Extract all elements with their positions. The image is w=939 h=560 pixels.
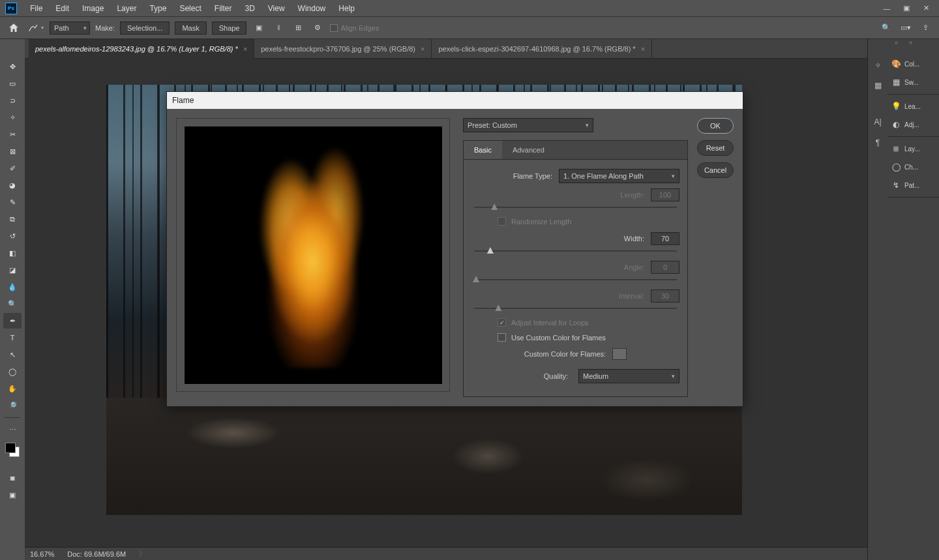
hand-tool-icon[interactable]: ✋ — [3, 381, 22, 396]
marquee-tool-icon[interactable]: ▭ — [3, 76, 22, 91]
document-tab[interactable]: pexels-freestockpro-376706.jpg @ 25% (RG… — [254, 39, 432, 59]
menu-type[interactable]: Type — [143, 1, 173, 16]
adjust-icon: ◐ — [891, 120, 901, 129]
length-slider — [474, 207, 677, 208]
screen-mode-icon[interactable]: ▣ — [3, 487, 22, 503]
gear-icon[interactable]: ⚙ — [310, 21, 325, 35]
doc-size[interactable]: Doc: 69.6M/69.6M — [67, 550, 126, 558]
spot-heal-tool-icon[interactable]: ◕ — [3, 177, 22, 193]
cancel-button[interactable]: Cancel — [697, 162, 734, 178]
home-icon[interactable] — [7, 21, 21, 35]
tab-close-icon[interactable]: × — [421, 45, 425, 53]
mode-dropdown[interactable]: Path — [50, 22, 90, 35]
adjustments-panel-button[interactable]: ◐Adj... — [887, 115, 939, 134]
paths-panel-button[interactable]: ↯Pat... — [887, 176, 939, 194]
zoom-level[interactable]: 16.67% — [30, 550, 54, 558]
tab-close-icon[interactable]: × — [243, 45, 247, 53]
color-swatch[interactable] — [5, 443, 20, 457]
width-input[interactable]: 70 — [651, 232, 679, 245]
tab-advanced[interactable]: Advanced — [502, 141, 555, 159]
custom-color-swatch — [612, 348, 627, 360]
path-arrangement-icon[interactable]: ⊞ — [291, 21, 305, 35]
menu-select[interactable]: Select — [173, 1, 207, 16]
reset-button[interactable]: Reset — [697, 140, 734, 156]
document-tab[interactable]: pexels-alfomedeiros-12983243.jpg @ 16.7%… — [29, 39, 254, 59]
dodge-tool-icon[interactable]: 🔍 — [3, 296, 22, 312]
frame-tool-icon[interactable]: ⊠ — [3, 143, 22, 159]
properties-panel-icon[interactable]: ▦ — [871, 78, 885, 93]
menu-view[interactable]: View — [261, 1, 291, 16]
eyedropper-tool-icon[interactable]: ✐ — [3, 160, 22, 176]
menu-filter[interactable]: Filter — [208, 1, 239, 16]
foreground-color[interactable] — [5, 443, 16, 453]
tab-close-icon[interactable]: × — [641, 45, 645, 53]
panel-grip[interactable]: ⠿ ⠿ — [868, 39, 939, 48]
menu-window[interactable]: Window — [291, 1, 333, 16]
blur-tool-icon[interactable]: 💧 — [3, 279, 22, 295]
lasso-tool-icon[interactable]: ⊃ — [3, 93, 22, 108]
ok-button[interactable]: OK — [697, 118, 734, 134]
window-close-icon[interactable]: ✕ — [918, 3, 934, 14]
interval-slider — [474, 308, 677, 309]
eraser-tool-icon[interactable]: ◧ — [3, 245, 22, 261]
workspace-switcher-icon[interactable]: ▭▾ — [899, 21, 913, 35]
type-tool-icon[interactable]: T — [3, 330, 22, 346]
share-icon[interactable]: ⇪ — [918, 21, 932, 35]
width-slider[interactable] — [474, 250, 677, 252]
angle-input: 0 — [651, 261, 679, 274]
zoom-tool-icon[interactable]: 🔎 — [3, 398, 22, 413]
custom-color-label: Custom Color for Flames: — [524, 350, 606, 358]
crop-tool-icon[interactable]: ✂ — [3, 126, 22, 142]
preset-dropdown[interactable]: Preset: Custom — [463, 118, 593, 132]
dialog-titlebar[interactable]: Flame — [167, 92, 743, 109]
quick-mask-icon[interactable]: ◙ — [3, 470, 22, 486]
move-tool-icon[interactable]: ✥ — [3, 59, 22, 74]
history-brush-tool-icon[interactable]: ↺ — [3, 228, 22, 244]
color-panel-button[interactable]: 🎨Col... — [887, 55, 939, 73]
status-chevron-icon[interactable]: 〉 — [139, 549, 146, 559]
learn-panel-button[interactable]: 💡Lea... — [887, 97, 939, 115]
document-tab[interactable]: pexels-click-espezi-3042697-4610968.jpg … — [432, 39, 652, 59]
path-alignment-icon[interactable]: ⫴ — [271, 21, 286, 35]
menu-bar: Ps File Edit Image Layer Type Select Fil… — [0, 0, 939, 17]
make-selection-button[interactable]: Selection... — [120, 22, 170, 35]
menu-file[interactable]: File — [23, 1, 49, 16]
swatches-panel-button[interactable]: ▦Sw... — [887, 73, 939, 91]
tool-preset-picker[interactable]: ▾ — [26, 22, 44, 35]
make-mask-button[interactable]: Mask — [175, 22, 206, 35]
layers-panel-button[interactable]: ≣Lay... — [887, 140, 939, 158]
flame-graphic — [222, 133, 404, 368]
quality-label: Quality: — [544, 372, 568, 380]
brush-tool-icon[interactable]: ✎ — [3, 194, 22, 210]
window-minimize-icon[interactable]: — — [879, 3, 895, 14]
shape-tool-icon[interactable]: ◯ — [3, 364, 22, 379]
tab-basic[interactable]: Basic — [464, 141, 502, 159]
character-panel-icon[interactable]: A| — [871, 115, 885, 129]
search-icon[interactable]: 🔍 — [879, 21, 893, 35]
menu-help[interactable]: Help — [332, 1, 361, 16]
paragraph-panel-icon[interactable]: ¶ — [871, 136, 885, 150]
channels-panel-button[interactable]: ◯Ch... — [887, 158, 939, 176]
width-label: Width: — [471, 235, 644, 243]
menu-image[interactable]: Image — [76, 1, 110, 16]
path-select-tool-icon[interactable]: ↖ — [3, 347, 22, 362]
make-shape-button[interactable]: Shape — [212, 22, 247, 35]
use-custom-color-label: Use Custom Color for Flames — [511, 334, 606, 342]
bulb-icon: 💡 — [891, 102, 901, 111]
menu-edit[interactable]: Edit — [49, 1, 76, 16]
quality-dropdown[interactable]: Medium — [578, 369, 679, 383]
clone-stamp-tool-icon[interactable]: ⧉ — [3, 211, 22, 227]
toolbar-divider — [5, 417, 20, 418]
use-custom-color-checkbox[interactable] — [498, 333, 506, 342]
menu-3d[interactable]: 3D — [238, 1, 261, 16]
quick-select-tool-icon[interactable]: ✧ — [3, 110, 22, 125]
pen-tool-icon[interactable]: ✒ — [3, 313, 22, 329]
gradient-tool-icon[interactable]: ◪ — [3, 262, 22, 278]
path-operations-icon[interactable]: ▣ — [252, 21, 266, 35]
history-panel-icon[interactable]: ⟐ — [871, 57, 885, 72]
angle-label: Angle: — [471, 263, 644, 271]
edit-toolbar-icon[interactable]: ⋯ — [3, 422, 22, 437]
flame-type-dropdown[interactable]: 1. One Flame Along Path — [559, 169, 679, 183]
menu-layer[interactable]: Layer — [110, 1, 143, 16]
window-maximize-icon[interactable]: ▣ — [899, 3, 914, 14]
